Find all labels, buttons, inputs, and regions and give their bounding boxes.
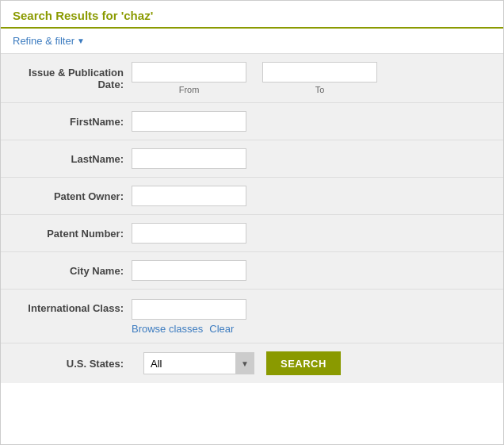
states-select[interactable]: All Alabama Alaska Arizona California [143,352,254,374]
international-class-fields: Browse classes Clear [132,299,491,335]
lastname-input[interactable] [132,148,246,169]
to-date-label: To [315,85,325,94]
lastname-fields [132,148,491,169]
refine-filter-toggle[interactable]: Refine & filter ▼ [1,29,503,54]
clear-button[interactable]: Clear [209,323,234,335]
states-select-wrapper: All Alabama Alaska Arizona California ▼ [143,352,254,374]
city-name-label: City Name: [13,265,132,277]
international-class-input[interactable] [132,299,246,320]
issue-date-label: Issue & Publication Date: [13,67,132,90]
patent-number-row: Patent Number: [1,215,503,252]
from-date-input[interactable] [132,62,246,82]
to-date-input[interactable] [262,62,377,82]
us-states-label: U.S. States: [13,358,132,370]
date-inputs-row: From To [132,62,491,94]
issue-date-row: Issue & Publication Date: From To [1,54,503,103]
patent-owner-input[interactable] [132,186,246,206]
firstname-row: FirstName: [1,103,503,140]
refine-filter-label: Refine & filter [13,35,74,47]
firstname-input[interactable] [132,111,246,132]
patent-owner-fields [132,186,491,206]
from-date-group: From [132,62,246,94]
city-name-row: City Name: [1,252,503,290]
lastname-row: LastName: [1,140,503,178]
firstname-fields [132,111,491,132]
issue-date-fields: From To [132,62,491,94]
browse-classes-button[interactable]: Browse classes [132,323,203,335]
patent-owner-row: Patent Owner: [1,178,503,215]
city-name-fields [132,260,491,281]
city-name-input[interactable] [132,260,246,281]
states-controls: All Alabama Alaska Arizona California ▼ … [143,351,341,375]
firstname-label: FirstName: [13,116,132,128]
lastname-label: LastName: [13,153,132,165]
class-links-row: Browse classes Clear [132,323,491,335]
page-wrapper: Search Results for 'chaz' Refine & filte… [0,0,504,445]
search-button[interactable]: SEARCH [266,351,341,375]
patent-number-input[interactable] [132,223,246,244]
filter-form: Issue & Publication Date: From To FirstN… [1,54,503,383]
us-states-row: U.S. States: All Alabama Alaska Arizona … [1,343,503,383]
refine-filter-arrow-icon: ▼ [77,36,85,45]
page-title: Search Results for 'chaz' [1,1,503,29]
patent-number-fields [132,223,491,244]
patent-owner-label: Patent Owner: [13,190,132,202]
international-class-row: International Class: Browse classes Clea… [1,290,503,343]
to-date-group: To [262,62,377,94]
from-date-label: From [179,85,200,94]
patent-number-label: Patent Number: [13,228,132,240]
international-class-label: International Class: [13,299,132,314]
